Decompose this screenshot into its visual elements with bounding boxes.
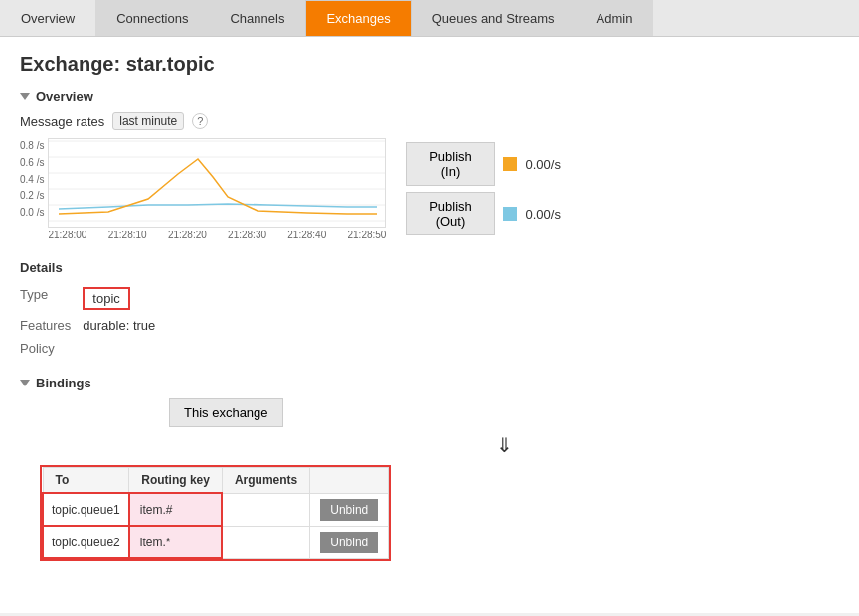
details-features-row: Features durable: true bbox=[20, 314, 165, 337]
col-action bbox=[310, 468, 389, 494]
details-section: Details Type topic Features durable: tru… bbox=[20, 260, 839, 360]
publish-in-value: 0.00/s bbox=[525, 157, 560, 172]
help-icon[interactable]: ? bbox=[192, 113, 208, 129]
bindings-table: To Routing key Arguments topic.queue1 it… bbox=[42, 467, 389, 559]
arguments-cell-2 bbox=[222, 526, 309, 558]
this-exchange-button[interactable]: This exchange bbox=[169, 398, 283, 427]
y-label-2: 0.4 /s bbox=[20, 174, 44, 185]
tab-channels[interactable]: Channels bbox=[209, 0, 305, 36]
tab-overview[interactable]: Overview bbox=[0, 0, 95, 36]
x-label-3: 21:28:30 bbox=[228, 230, 266, 240]
details-label: Details bbox=[20, 260, 63, 275]
type-label: Type bbox=[20, 283, 83, 314]
arrow-down-icon: ⇓ bbox=[169, 433, 839, 457]
publish-in-button[interactable]: Publish(In) bbox=[406, 142, 495, 186]
routing-key-cell-1: item.# bbox=[129, 493, 223, 526]
publish-out-row: Publish(Out) 0.00/s bbox=[406, 192, 560, 235]
page-title-name: star.topic bbox=[126, 53, 215, 75]
chart-svg bbox=[48, 138, 386, 228]
details-type-row: Type topic bbox=[20, 283, 165, 314]
y-label-4: 0.0 /s bbox=[20, 207, 44, 218]
table-row: topic.queue1 item.# Unbind bbox=[43, 493, 389, 526]
publish-out-color bbox=[503, 207, 517, 221]
unbind-cell-2: Unbind bbox=[310, 526, 389, 558]
overview-header: Overview bbox=[20, 89, 839, 104]
details-header: Details bbox=[20, 260, 839, 275]
unbind-button-2[interactable]: Unbind bbox=[320, 532, 378, 553]
chart-area: 0.8 /s 0.6 /s 0.4 /s 0.2 /s 0.0 /s bbox=[20, 138, 839, 240]
x-label-0: 21:28:00 bbox=[48, 230, 86, 240]
bindings-header: Bindings bbox=[20, 376, 839, 390]
tab-exchanges[interactable]: Exchanges bbox=[305, 0, 411, 36]
publish-stats: Publish(In) 0.00/s Publish(Out) 0.00/s bbox=[406, 138, 560, 235]
unbind-button-1[interactable]: Unbind bbox=[320, 499, 378, 521]
publish-in-color bbox=[503, 157, 517, 171]
chart-container: 21:28:00 21:28:10 21:28:20 21:28:30 21:2… bbox=[48, 138, 386, 240]
col-routing-key: Routing key bbox=[129, 468, 223, 494]
bindings-table-wrap: To Routing key Arguments topic.queue1 it… bbox=[40, 465, 391, 561]
table-row: topic.queue2 item.* Unbind bbox=[43, 526, 389, 558]
bindings-table-body: topic.queue1 item.# Unbind topic.queue2 … bbox=[43, 493, 389, 558]
y-label-3: 0.2 /s bbox=[20, 190, 44, 201]
overview-section: Overview Message rates last minute ? 0.8… bbox=[20, 89, 839, 240]
col-arguments: Arguments bbox=[222, 468, 309, 494]
main-content: Exchange: star.topic Overview Message ra… bbox=[0, 37, 859, 613]
bindings-label: Bindings bbox=[36, 376, 91, 390]
publish-out-value: 0.00/s bbox=[525, 207, 560, 222]
bindings-section: Bindings This exchange ⇓ To Routing key … bbox=[20, 376, 839, 564]
x-label-4: 21:28:40 bbox=[287, 230, 326, 240]
message-rates-bar: Message rates last minute ? bbox=[20, 112, 839, 130]
bindings-collapse-icon[interactable] bbox=[20, 380, 30, 386]
features-label: Features bbox=[20, 314, 83, 337]
details-policy-row: Policy bbox=[20, 337, 165, 360]
x-label-2: 21:28:20 bbox=[168, 230, 207, 240]
publish-in-row: Publish(In) 0.00/s bbox=[406, 142, 560, 186]
tab-admin[interactable]: Admin bbox=[576, 0, 654, 36]
queue-cell-1: topic.queue1 bbox=[43, 493, 129, 526]
bindings-table-head: To Routing key Arguments bbox=[43, 468, 389, 494]
page-title-prefix: Exchange: bbox=[20, 53, 120, 75]
routing-key-cell-2: item.* bbox=[129, 526, 223, 558]
arguments-cell-1 bbox=[222, 493, 309, 526]
x-label-1: 21:28:10 bbox=[108, 230, 147, 240]
overview-label: Overview bbox=[36, 89, 93, 104]
policy-label: Policy bbox=[20, 337, 83, 360]
rate-badge[interactable]: last minute bbox=[112, 112, 184, 130]
publish-out-button[interactable]: Publish(Out) bbox=[406, 192, 495, 235]
queue-cell-2: topic.queue2 bbox=[43, 526, 129, 558]
x-label-5: 21:28:50 bbox=[347, 230, 386, 240]
tab-queues[interactable]: Queues and Streams bbox=[412, 0, 576, 36]
page-title: Exchange: star.topic bbox=[20, 53, 839, 76]
features-value: durable: true bbox=[83, 314, 165, 337]
type-value: topic bbox=[83, 287, 129, 310]
details-table: Type topic Features durable: true Policy bbox=[20, 283, 165, 360]
type-value-cell: topic bbox=[83, 283, 165, 314]
message-rates-label: Message rates bbox=[20, 114, 104, 129]
policy-value bbox=[83, 337, 165, 360]
nav-tabs: Overview Connections Channels Exchanges … bbox=[0, 0, 859, 37]
y-label-0: 0.8 /s bbox=[20, 140, 44, 151]
unbind-cell-1: Unbind bbox=[310, 493, 389, 526]
y-label-1: 0.6 /s bbox=[20, 157, 44, 168]
tab-connections[interactable]: Connections bbox=[95, 0, 209, 36]
col-to: To bbox=[43, 468, 129, 494]
overview-collapse-icon[interactable] bbox=[20, 93, 30, 100]
